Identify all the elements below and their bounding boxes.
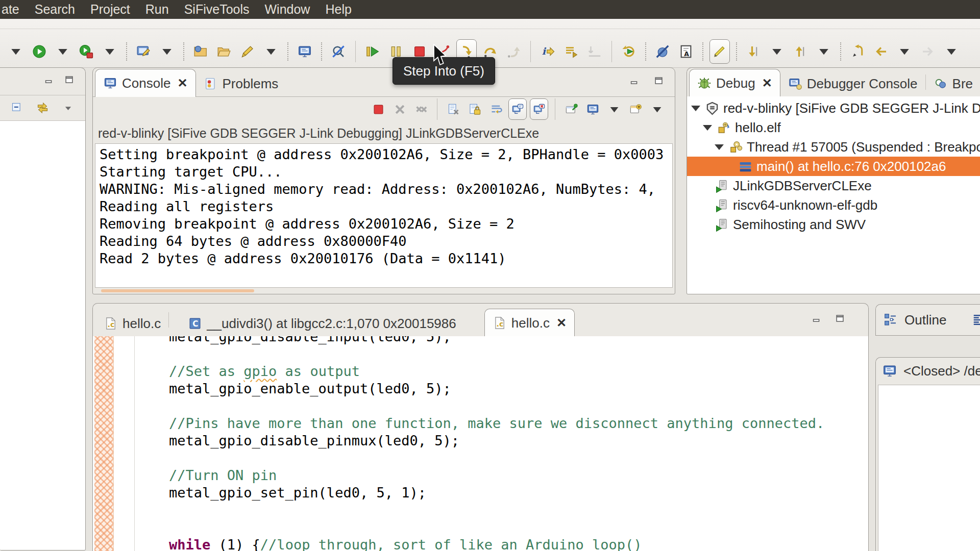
toolbar-separator	[355, 41, 356, 62]
forward-history-dropdown-button[interactable]	[941, 39, 962, 64]
terminal-tab[interactable]: <Closed> /de	[876, 358, 980, 384]
run-to-line-button[interactable]	[584, 39, 605, 64]
close-icon[interactable]: ✕	[762, 76, 772, 90]
project-explorer-content[interactable]	[0, 120, 85, 550]
run-dropdown-button[interactable]	[53, 39, 73, 64]
collapse-all-button[interactable]	[8, 97, 26, 119]
line-number-ruler[interactable]	[114, 336, 135, 551]
terminate-console-button[interactable]	[369, 98, 387, 120]
minimize-button[interactable]	[42, 74, 56, 86]
menu-item-run[interactable]: Run	[138, 0, 177, 19]
restart-button[interactable]	[619, 39, 639, 64]
move-to-line-button[interactable]	[561, 39, 581, 64]
terminate-relaunch-button[interactable]	[76, 39, 96, 64]
debug-tree-item-red-v-blinky-sifive-gdb-[interactable]: red-v-blinky [SiFive GDB SEGGER J-Link D…	[687, 98, 980, 118]
new-editor-dropdown-button[interactable]	[157, 39, 177, 64]
perspective-dropdown-button[interactable]	[6, 39, 26, 64]
dropdown-icon	[159, 44, 175, 59]
nav-forward-icon	[920, 44, 936, 59]
debug-tree-item-riscv64-unknown-elf-gdb[interactable]: riscv64-unknown-elf-gdb	[687, 195, 980, 215]
show-on-stderr-change-button[interactable]	[530, 98, 548, 120]
last-edit-location-button[interactable]	[847, 39, 868, 64]
svg-text:.c: .c	[496, 320, 503, 328]
instruction-stepping-button[interactable]: i	[537, 39, 558, 64]
show-on-stdout-change-button[interactable]	[508, 98, 527, 120]
resume-button[interactable]	[362, 39, 383, 64]
next-annotation-button[interactable]	[743, 39, 764, 64]
menu-item-search[interactable]: Search	[27, 0, 83, 19]
scroll-lock-button[interactable]	[465, 98, 484, 120]
back-history-dropdown-button[interactable]	[894, 39, 915, 64]
expand-arrow-icon[interactable]	[691, 106, 700, 111]
sort-icon[interactable]	[972, 312, 980, 328]
open-console-dropdown-button[interactable]	[648, 98, 666, 120]
debug-tree-item-jlinkgdbserverclexe[interactable]: JLinkGDBServerCLExe	[687, 176, 980, 195]
open-project-button[interactable]	[214, 39, 234, 64]
tab-label: hello.c	[511, 315, 550, 331]
previous-annotation-button[interactable]	[790, 39, 811, 64]
forward-history-button[interactable]	[918, 39, 938, 64]
edit-element-button[interactable]	[237, 39, 258, 64]
dropdown-icon	[769, 44, 785, 59]
remove-launch-button[interactable]	[390, 98, 409, 120]
range-indicator-ruler[interactable]	[94, 336, 114, 551]
menu-item-ate[interactable]: ate	[0, 0, 27, 19]
minimize-button[interactable]	[810, 313, 823, 325]
word-wrap-button[interactable]	[487, 98, 505, 120]
open-dropdown-button[interactable]	[261, 39, 281, 64]
back-history-button[interactable]	[871, 39, 891, 64]
link-with-editor-button[interactable]	[33, 97, 52, 119]
toolbar-separator	[183, 42, 184, 61]
tab-problems[interactable]: Problems	[196, 71, 286, 96]
tab-hello-c[interactable]: .chello.c	[96, 311, 168, 336]
remove-all-terminated-button[interactable]	[412, 98, 430, 120]
terminal-content[interactable]	[878, 385, 980, 551]
tree-item-label: Semihosting and SWV	[733, 217, 866, 233]
debug-tree-item-semihosting-and-swv[interactable]: Semihosting and SWV	[687, 215, 980, 234]
tab-debug[interactable]: Debug✕	[689, 69, 780, 97]
next-annotation-dropdown-button[interactable]	[767, 39, 787, 64]
debug-tree-item-hello-elf[interactable]: hello.elf	[687, 118, 980, 137]
skip-all-breakpoints-button[interactable]	[652, 39, 673, 64]
terminate-relaunch-dropdown-button[interactable]	[100, 39, 120, 64]
menu-item-help[interactable]: Help	[317, 0, 359, 19]
maximize-button[interactable]	[834, 313, 847, 325]
tab-debugger-console[interactable]: Debugger Console	[780, 71, 925, 96]
previous-annotation-dropdown-button[interactable]	[814, 39, 834, 64]
maximize-button[interactable]	[652, 75, 666, 87]
tab-bre[interactable]: Bre	[926, 71, 980, 96]
debug-tree-item-main-at-hello-c-76-0x200[interactable]: main() at hello.c:76 0x200102a6	[687, 157, 980, 176]
pin-console-button[interactable]	[562, 98, 580, 120]
toggle-mark-occurrences-button[interactable]	[709, 39, 730, 64]
menu-item-window[interactable]: Window	[257, 0, 318, 19]
clear-console-button[interactable]	[444, 98, 462, 120]
menu-item-sifivetools[interactable]: SiFiveTools	[177, 0, 257, 19]
import-project-button[interactable]	[190, 39, 211, 64]
close-icon[interactable]: ✕	[177, 76, 187, 90]
expand-arrow-icon[interactable]	[715, 144, 724, 150]
minimize-button[interactable]	[628, 75, 641, 87]
display-console-dropdown-button[interactable]	[605, 98, 623, 120]
tab-hello-c[interactable]: .chello.c✕	[484, 309, 575, 337]
tab-udivdi3-at-libgcc2-c-1-070-0x20015986[interactable]: C__udivdi3() at libgcc2.c:1,070 0x200159…	[180, 311, 464, 336]
display-selected-console-button[interactable]	[583, 98, 602, 120]
new-editor-button[interactable]	[133, 39, 154, 64]
open-console-icon	[629, 103, 643, 116]
console-scrollbar[interactable]	[101, 289, 254, 292]
toolbar-separator	[645, 42, 646, 61]
expand-arrow-icon[interactable]	[703, 125, 712, 131]
maximize-button[interactable]	[63, 74, 76, 86]
toggle-search-button[interactable]	[328, 39, 349, 64]
open-disassembly-button[interactable]: A	[676, 39, 696, 64]
step-return-button[interactable]	[503, 39, 524, 64]
close-icon[interactable]: ✕	[556, 316, 567, 330]
debug-tree-item-thread-1-57005-suspended[interactable]: Thread #1 57005 (Suspended : Breakpo	[687, 137, 980, 157]
console-output[interactable]: Setting breakpoint @ address 0x200102A6,…	[95, 143, 673, 288]
open-terminal-button[interactable]	[295, 39, 315, 64]
code-area[interactable]: metal_gpio_disable_input(led0, 5); //Set…	[135, 336, 868, 551]
open-console-button[interactable]	[626, 98, 645, 120]
tab-console[interactable]: Console✕	[95, 69, 196, 97]
menu-item-project[interactable]: Project	[83, 0, 138, 19]
view-menu-button[interactable]	[59, 97, 77, 119]
run-button[interactable]	[29, 39, 50, 64]
